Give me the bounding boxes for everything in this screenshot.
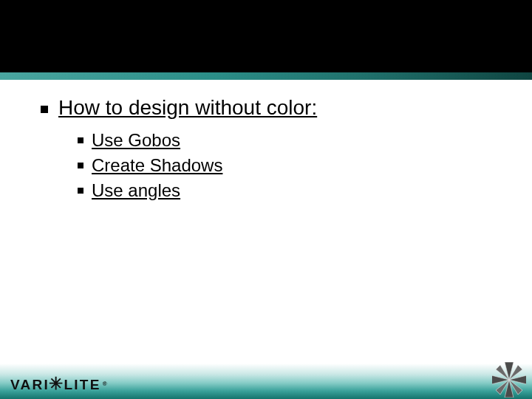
registered-mark: ® — [103, 381, 109, 387]
square-bullet-icon — [78, 188, 83, 194]
list-item: Create Shadows — [78, 155, 491, 176]
list-item-text: Use Gobos — [92, 130, 180, 151]
sub-list: Use Gobos Create Shadows Use angles — [78, 130, 491, 201]
heading-row: How to design without color: — [41, 96, 491, 120]
list-item: Use Gobos — [78, 130, 491, 151]
logo-text-part1: VARI — [10, 378, 50, 392]
logo-text-part2: LITE — [64, 378, 100, 392]
slide: How to design without color: Use Gobos C… — [0, 0, 532, 399]
list-item: Use angles — [78, 180, 491, 201]
accent-bar — [0, 72, 532, 80]
header-bar — [0, 0, 532, 72]
square-bullet-icon — [78, 163, 83, 168]
list-item-text: Create Shadows — [92, 155, 222, 176]
list-item-text: Use angles — [92, 180, 180, 201]
content-area: How to design without color: Use Gobos C… — [0, 80, 532, 201]
square-bullet-icon — [78, 137, 83, 143]
vari-lite-logo: VARI ✳ LITE ® — [10, 374, 109, 395]
square-bullet-icon — [41, 106, 48, 113]
heading-text: How to design without color: — [58, 96, 317, 120]
burst-icon — [492, 362, 526, 398]
